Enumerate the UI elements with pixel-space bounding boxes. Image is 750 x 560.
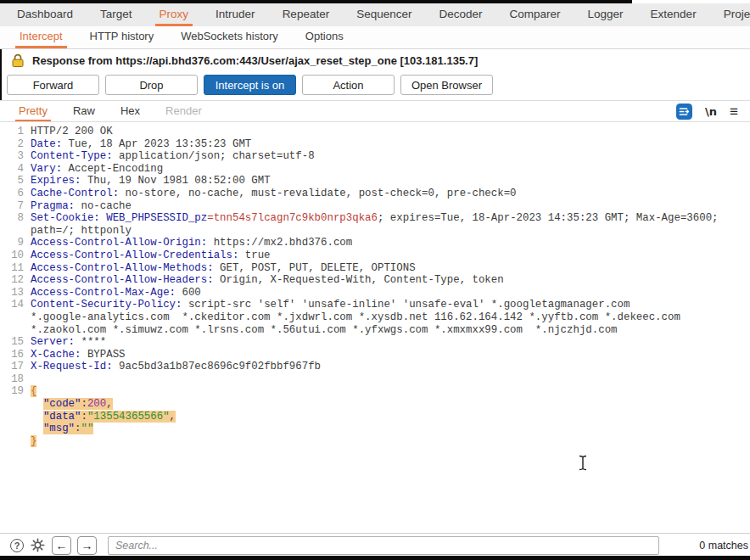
tab-hex[interactable]: Hex [117,101,143,121]
editor-line: 15Server: **** [0,336,750,349]
editor-line: 1HTTP/2 200 OK [0,126,750,138]
editor-line: *.zaokol.com *.simuwz.com *.lrsns.com *.… [0,324,750,337]
proxy-sub-tab-bar: InterceptHTTP historyWebSockets historyO… [0,26,750,49]
line-number: 17 [0,361,24,373]
editor-line: 2Date: Tue, 18 Apr 2023 13:35:23 GMT [0,138,750,151]
tab-logger[interactable]: Logger [584,3,628,26]
line-number: 8 [0,212,24,225]
line-number: 4 [0,163,24,176]
line-number [0,411,24,423]
editor-line: "data":"13554365566", [0,411,750,423]
line-number: 1 [0,126,24,138]
tab-dashboard[interactable]: Dashboard [13,3,77,26]
pretty-print-icon[interactable] [676,104,692,120]
intercept-toggle-button[interactable]: Intercept is on [204,75,296,95]
tab-decoder[interactable]: Decoder [434,3,486,26]
tab-raw[interactable]: Raw [70,101,98,121]
editor-menu-icon[interactable]: ≡ [730,104,738,119]
line-number [0,398,24,411]
right-arrow-icon: → [81,539,93,552]
show-newlines-icon[interactable]: \n [705,105,717,118]
line-number: 2 [0,138,24,151]
search-settings-gear-icon[interactable] [30,537,46,553]
editor-line: "msg":"" [0,423,750,435]
forward-button[interactable]: Forward [7,75,99,95]
editor-line: 7Pragma: no-cache [0,200,750,213]
tls-lock-icon [11,53,25,68]
search-previous-button[interactable]: ← [52,536,71,555]
tab-options[interactable]: Options [301,26,348,48]
editor-line: "code":200, [0,398,750,411]
editor-line: 17X-Request-Id: 9ac5bd3a1b87ec8696c9f02f… [0,361,750,373]
line-number: 19 [0,385,24,398]
editor-icon-group: \n ≡ [676,101,750,121]
editor-line: 8Set-Cookie: WEB_PHPSESSID_pz=tnn54s7lca… [0,212,750,225]
search-status-bar: ? ← → 0 matches [0,533,750,557]
message-editor-tab-bar: PrettyRawHexRender \n ≡ [0,101,750,122]
drop-button[interactable]: Drop [105,75,198,95]
line-number: 15 [0,336,24,349]
line-number: 16 [0,349,24,361]
editor-line: 11Access-Control-Allow-Methods: GET, POS… [0,262,750,275]
editor-line: 16X-Cache: BYPASS [0,349,750,361]
tab-project-options[interactable]: Project options [719,3,750,26]
line-number: 5 [0,175,24,188]
action-button[interactable]: Action [302,75,395,95]
line-number: 14 [0,299,24,311]
editor-line: 4Vary: Accept-Encoding [0,163,750,176]
line-number: 9 [0,237,24,249]
window-bottom-edge [0,556,750,560]
tab-http-history[interactable]: HTTP history [86,26,159,48]
editor-line: 12Access-Control-Allow-Headers: Origin, … [0,274,750,287]
main-tab-bar: DashboardTargetProxyIntruderRepeaterSequ… [0,3,750,26]
editor-line: 5Expires: Thu, 19 Nov 1981 08:52:00 GMT [0,175,750,188]
search-next-button[interactable]: → [77,536,97,555]
editor-line: } [0,435,750,448]
line-number: 13 [0,287,24,300]
line-number: 7 [0,200,24,213]
line-number [0,324,24,337]
intercept-banner-text: Response from https://api.bhd376.com:443… [32,54,478,67]
tab-extender[interactable]: Extender [646,3,701,26]
open-browser-button[interactable]: Open Browser [400,75,493,95]
help-icon[interactable]: ? [10,539,24,552]
line-number: 18 [0,373,24,386]
tab-websockets-history[interactable]: WebSockets history [176,26,283,48]
tab-comparer[interactable]: Comparer [506,3,565,26]
line-number [0,311,24,324]
editor-line: 18 [0,373,750,386]
response-editor[interactable]: 1HTTP/2 200 OK2Date: Tue, 18 Apr 2023 13… [0,123,750,535]
editor-line: 10Access-Control-Allow-Credentials: true [0,249,750,262]
editor-line: 6Cache-Control: no-store, no-cache, must… [0,188,750,200]
tab-repeater[interactable]: Repeater [278,3,334,26]
burp-proxy-intercept-window: DashboardTargetProxyIntruderRepeaterSequ… [0,0,750,560]
editor-line: 13Access-Control-Max-Age: 600 [0,287,750,300]
match-count: 0 matches [699,540,750,552]
tab-proxy[interactable]: Proxy [155,3,193,26]
line-number: 6 [0,188,24,200]
editor-line: *.google-analytics.com *.ckeditor.com *.… [0,311,750,324]
line-number [0,435,24,448]
editor-line: 9Access-Control-Allow-Origin: https://mx… [0,237,750,249]
line-number: 3 [0,150,24,163]
text-cursor-pointer [578,455,588,474]
tab-pretty[interactable]: Pretty [15,101,51,121]
tab-intruder[interactable]: Intruder [211,3,260,26]
line-number: 12 [0,274,24,287]
editor-line: 14Content-Security-Policy: script-src 's… [0,299,750,311]
tab-intercept[interactable]: Intercept [15,26,67,48]
search-input[interactable] [108,536,659,555]
left-arrow-icon: ← [56,539,68,552]
editor-line: path=/; httponly [0,225,750,238]
intercept-banner: Response from https://api.bhd376.com:443… [0,49,750,71]
tab-sequencer[interactable]: Sequencer [352,3,416,26]
line-number: 10 [0,249,24,262]
tab-target[interactable]: Target [96,3,137,26]
line-number: 11 [0,262,24,275]
editor-line: 3Content-Type: application/json; charset… [0,150,750,163]
line-number [0,423,24,435]
editor-line: 19{ [0,385,750,398]
line-number [0,225,24,238]
tab-render[interactable]: Render [162,101,205,121]
intercept-toolbar: Forward Drop Intercept is on Action Open… [7,75,493,95]
